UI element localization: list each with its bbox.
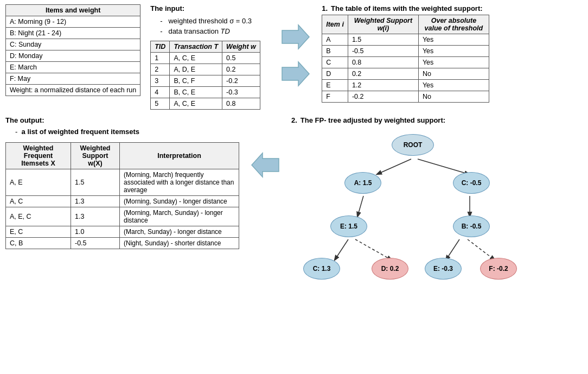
ws-cell: 0.2: [348, 68, 418, 80]
output-cell: A, E, C: [6, 207, 71, 226]
transaction-cell: A, D, E: [170, 64, 222, 75]
svg-marker-1: [282, 62, 309, 86]
output-cell: 1.0: [71, 226, 120, 238]
svg-line-5: [357, 196, 363, 217]
output-header: Weighted Support w(X): [71, 143, 120, 169]
transaction-cell: 0.5: [222, 53, 260, 64]
svg-line-10: [468, 239, 495, 260]
output-title: The output:: [5, 116, 239, 124]
transaction-cell: 5: [151, 98, 170, 110]
transaction-cell: 4: [151, 87, 170, 98]
arrow-right-down-svg: [279, 58, 312, 90]
ws-cell: C: [322, 57, 348, 68]
top-row: Items and weight A: Morning (9 - 12)B: N…: [5, 4, 583, 110]
output-cell: 1.5: [71, 169, 120, 196]
ws-cell: No: [418, 91, 489, 103]
fp-tree-canvas: ROOT A: 1.5 C: -0.5 E: 1.5 B: -0.5: [291, 129, 525, 281]
ws-cell: -0.2: [348, 91, 418, 103]
section-num-2: 2.: [291, 116, 297, 124]
transaction-cell: 3: [151, 75, 170, 87]
output-cell: (Morning, March) frequently associated w…: [120, 169, 239, 196]
items-weight-row: Weight: a normalized distance of each ru…: [6, 85, 140, 96]
svg-line-9: [446, 239, 459, 260]
node-e15: E: 1.5: [330, 215, 367, 237]
svg-line-4: [418, 159, 469, 174]
items-weight-row: D: Monday: [6, 50, 140, 62]
ws-cell: Yes: [418, 34, 489, 46]
svg-line-8: [355, 239, 392, 260]
transaction-table: TIDTransaction TWeight w 1A, C, E0.52A, …: [150, 41, 260, 110]
transaction-cell: A, C, E: [170, 98, 222, 110]
output-cell: (March, Sunday) - longer distance: [120, 226, 239, 238]
items-weight-row: F: May: [6, 73, 140, 85]
ws-cell: 1.5: [348, 34, 418, 46]
output-cell: A, C: [6, 196, 71, 207]
transaction-cell: 2: [151, 64, 170, 75]
transaction-cell: -0.3: [222, 87, 260, 98]
items-weight-row: C: Sunday: [6, 39, 140, 50]
ws-cell: B: [322, 46, 348, 57]
node-c13: C: 1.3: [303, 258, 340, 280]
output-header: Weighted Frequent Itemsets X: [6, 143, 71, 169]
ws-header: Item i: [322, 15, 348, 34]
output-cell: E, C: [6, 226, 71, 238]
transaction-header: Weight w: [222, 41, 260, 53]
ws-cell: D: [322, 68, 348, 80]
svg-line-3: [377, 159, 411, 174]
ws-cell: 1.2: [348, 80, 418, 91]
items-weight-header: Items and weight: [6, 5, 140, 16]
transaction-cell: 0.8: [222, 98, 260, 110]
input-section: The input: - weighted threshold σ = 0.3 …: [150, 4, 270, 110]
section-num-1: 1.: [322, 4, 328, 12]
arrow-right-svg: [279, 21, 312, 53]
weighted-support-section: 1. The table of items with the weighted …: [322, 4, 489, 103]
ws-cell: E: [322, 80, 348, 91]
output-header: Interpretation: [120, 143, 239, 169]
output-cell: A, E: [6, 169, 71, 196]
transaction-cell: B, C, F: [170, 75, 222, 87]
weighted-support-title: The table of items with the weighted sup…: [331, 4, 483, 12]
node-bm05: B: -0.5: [453, 215, 490, 237]
items-weight-section: Items and weight A: Morning (9 - 12)B: N…: [5, 4, 140, 96]
svg-marker-0: [282, 25, 309, 49]
ws-cell: No: [418, 68, 489, 80]
node-em03: E: -0.3: [425, 258, 462, 280]
output-cell: (Night, Sunday) - shorter distance: [120, 238, 239, 249]
ws-cell: 0.8: [348, 57, 418, 68]
output-cell: 1.3: [71, 196, 120, 207]
fp-tree-title: The FP- tree adjusted by weighted suppor…: [301, 116, 445, 124]
input-title: The input:: [150, 4, 270, 12]
input-bullet-2: - data transaction TD: [160, 27, 270, 35]
ws-cell: F: [322, 91, 348, 103]
items-weight-row: B: Night (21 - 24): [6, 28, 140, 39]
ws-header: Weighted Support w(i): [348, 15, 418, 34]
node-fm02: F: -0.2: [480, 258, 517, 280]
node-cm05: C: -0.5: [453, 172, 490, 194]
output-cell: (Morning, March, Sunday) - longer distan…: [120, 207, 239, 226]
output-cell: -0.5: [71, 238, 120, 249]
transaction-cell: 0.2: [222, 64, 260, 75]
ws-cell: -0.5: [348, 46, 418, 57]
ws-cell: Yes: [418, 80, 489, 91]
output-bullet: - a list of weighted frequent itemsets: [15, 128, 239, 136]
ws-header: Over absolute value of threshold: [418, 15, 489, 34]
output-table: Weighted Frequent Itemsets XWeighted Sup…: [5, 142, 239, 249]
arrow-left-svg: [249, 149, 282, 181]
main-layout: Items and weight A: Morning (9 - 12)B: N…: [0, 0, 588, 285]
transaction-header: TID: [151, 41, 170, 53]
output-section: The output: - a list of weighted frequen…: [5, 116, 239, 249]
fp-tree-section: 2. The FP- tree adjusted by weighted sup…: [291, 116, 525, 281]
input-bullet-1: - weighted threshold σ = 0.3: [160, 17, 270, 25]
transaction-cell: 1: [151, 53, 170, 64]
output-cell: (Morning, Sunday) - longer distance: [120, 196, 239, 207]
arrow-right-container: [279, 4, 312, 90]
node-a15: A: 1.5: [344, 172, 381, 194]
node-root: ROOT: [392, 134, 434, 156]
ws-cell: A: [322, 34, 348, 46]
bottom-row: The output: - a list of weighted frequen…: [5, 116, 583, 281]
output-cell: C, B: [6, 238, 71, 249]
node-d02: D: 0.2: [372, 258, 408, 280]
ws-cell: Yes: [418, 46, 489, 57]
transaction-cell: -0.2: [222, 75, 260, 87]
transaction-cell: A, C, E: [170, 53, 222, 64]
